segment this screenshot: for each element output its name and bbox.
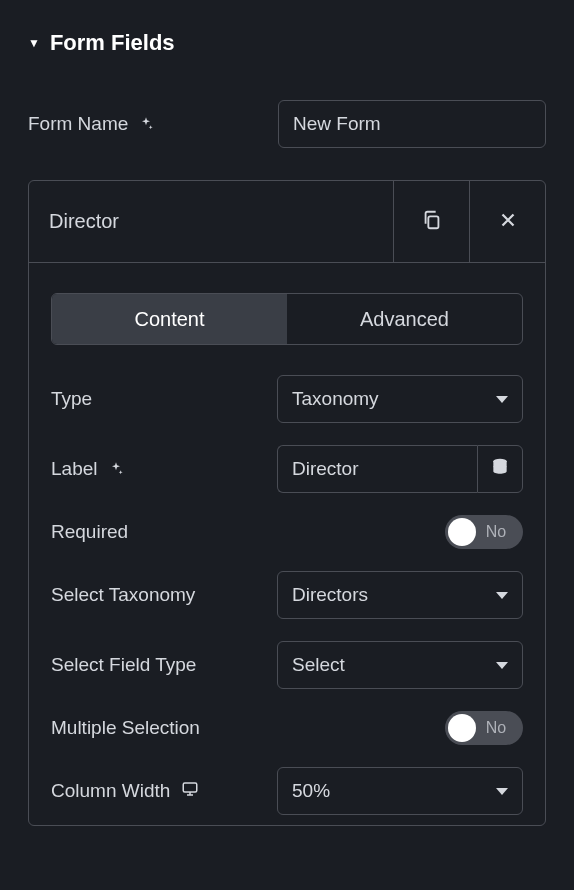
select-field-type-value: Select — [292, 654, 345, 676]
chevron-down-icon — [496, 396, 508, 403]
tab-content[interactable]: Content — [52, 294, 287, 344]
form-name-label-text: Form Name — [28, 113, 128, 135]
type-select[interactable]: Taxonomy — [277, 375, 523, 423]
chevron-down-icon — [496, 592, 508, 599]
select-taxonomy-row: Select Taxonomy Directors — [51, 571, 523, 619]
chevron-down-icon — [496, 662, 508, 669]
field-card: Director Content Advanced Type Taxonomy — [28, 180, 546, 826]
select-taxonomy-label: Select Taxonomy — [51, 584, 195, 606]
sparkle-icon[interactable] — [138, 116, 154, 132]
monitor-icon[interactable] — [180, 780, 200, 803]
chevron-down-icon — [496, 788, 508, 795]
card-body: Content Advanced Type Taxonomy Label — [29, 263, 545, 815]
type-label: Type — [51, 388, 92, 410]
required-label: Required — [51, 521, 128, 543]
required-row: Required No — [51, 515, 523, 549]
card-header: Director — [29, 181, 545, 263]
form-name-row: Form Name — [28, 100, 546, 148]
label-input-group — [277, 445, 523, 493]
multiple-selection-toggle[interactable]: No — [445, 711, 523, 745]
column-width-label: Column Width — [51, 780, 170, 802]
select-field-type-row: Select Field Type Select — [51, 641, 523, 689]
form-name-input[interactable] — [278, 100, 546, 148]
select-field-type-select[interactable]: Select — [277, 641, 523, 689]
toggle-knob — [448, 714, 476, 742]
tab-advanced[interactable]: Advanced — [287, 294, 522, 344]
svg-rect-2 — [184, 783, 198, 792]
column-width-row: Column Width 50% — [51, 767, 523, 815]
select-field-type-label: Select Field Type — [51, 654, 196, 676]
duplicate-button[interactable] — [393, 181, 469, 262]
close-icon — [497, 209, 519, 235]
toggle-knob — [448, 518, 476, 546]
section-title: Form Fields — [50, 30, 175, 56]
select-taxonomy-value: Directors — [292, 584, 368, 606]
database-icon — [490, 457, 510, 481]
multiple-selection-toggle-label: No — [476, 719, 520, 737]
form-name-label: Form Name — [28, 113, 278, 135]
type-row: Type Taxonomy — [51, 375, 523, 423]
label-input[interactable] — [277, 445, 477, 493]
column-width-value: 50% — [292, 780, 330, 802]
label-label: Label — [51, 458, 98, 480]
multiple-selection-row: Multiple Selection No — [51, 711, 523, 745]
form-name-input-wrap — [278, 100, 546, 148]
tabs: Content Advanced — [51, 293, 523, 345]
required-toggle[interactable]: No — [445, 515, 523, 549]
required-toggle-label: No — [476, 523, 520, 541]
delete-button[interactable] — [469, 181, 545, 262]
type-value: Taxonomy — [292, 388, 379, 410]
section-header[interactable]: ▼ Form Fields — [28, 30, 546, 56]
caret-down-icon: ▼ — [28, 36, 40, 50]
label-row: Label — [51, 445, 523, 493]
sparkle-icon[interactable] — [108, 461, 124, 477]
multiple-selection-label: Multiple Selection — [51, 717, 200, 739]
copy-icon — [421, 209, 443, 235]
svg-rect-0 — [428, 216, 438, 228]
select-taxonomy-select[interactable]: Directors — [277, 571, 523, 619]
card-title[interactable]: Director — [29, 181, 393, 262]
column-width-select[interactable]: 50% — [277, 767, 523, 815]
dynamic-data-button[interactable] — [477, 445, 523, 493]
